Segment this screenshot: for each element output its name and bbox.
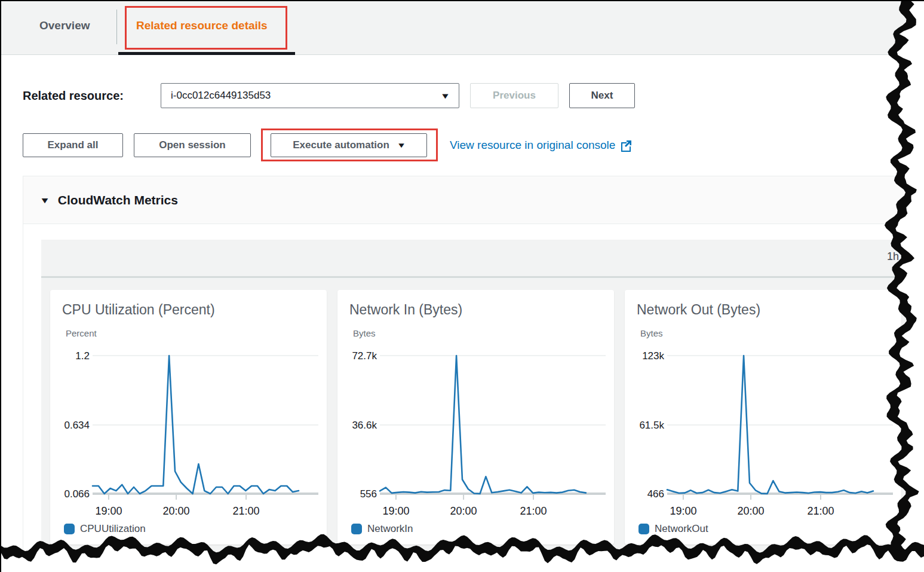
- next-button[interactable]: Next: [569, 83, 635, 108]
- legend-label: NetworkOut: [655, 523, 708, 535]
- tab-overview[interactable]: Overview: [39, 19, 90, 32]
- svg-text:123k: 123k: [642, 350, 664, 362]
- svg-text:20:00: 20:00: [163, 505, 190, 517]
- chart-card-network-in: Network In (Bytes) Bytes 19:0020:0021:00…: [337, 290, 614, 545]
- chevron-down-icon: ▼: [397, 141, 406, 149]
- collapse-triangle-icon: ▼: [39, 195, 50, 205]
- chart-y-axis-unit: Bytes: [640, 328, 663, 338]
- svg-text:20:00: 20:00: [450, 505, 477, 517]
- chart-legend: CPUUtilization: [64, 523, 146, 535]
- metrics-widget-toolbar: 1h: [41, 240, 924, 278]
- cpu-utilization-chart: 19:0020:0021:001.20.6340.066: [50, 342, 327, 522]
- legend-label: CPUUtilization: [80, 523, 146, 535]
- svg-text:21:00: 21:00: [520, 505, 547, 517]
- chart-title: Network Out (Bytes): [637, 302, 760, 318]
- view-resource-console-link[interactable]: View resource in original console: [450, 133, 633, 157]
- chart-cards-row: CPU Utilization (Percent) Percent 19:002…: [50, 290, 901, 545]
- legend-swatch-icon: [638, 524, 649, 534]
- svg-text:36.6k: 36.6k: [352, 420, 377, 431]
- svg-text:0.066: 0.066: [64, 488, 90, 500]
- svg-text:21:00: 21:00: [808, 505, 834, 517]
- svg-text:19:00: 19:00: [382, 505, 409, 517]
- cloudwatch-metrics-header[interactable]: ▼ CloudWatch Metrics: [23, 176, 924, 224]
- legend-label: NetworkIn: [367, 523, 413, 535]
- svg-text:21:00: 21:00: [233, 505, 260, 517]
- related-resource-label: Related resource:: [23, 83, 124, 108]
- svg-text:1.2: 1.2: [75, 350, 90, 362]
- execute-automation-button[interactable]: Execute automation ▼: [271, 133, 427, 157]
- network-in-chart: 19:0020:0021:0072.7k36.6k556: [337, 342, 614, 522]
- network-out-chart: 19:0020:0021:00123k61.5k466: [625, 342, 901, 522]
- related-resource-selected-value: i-0cc012c6449135d53: [171, 90, 271, 102]
- svg-text:0.634: 0.634: [64, 420, 90, 431]
- related-resource-select[interactable]: i-0cc012c6449135d53 ▼: [161, 83, 459, 108]
- metrics-widget: 1h CPU Utilization (Percent) Percent 19:…: [41, 240, 924, 572]
- chart-legend: NetworkIn: [351, 523, 413, 535]
- chart-title: Network In (Bytes): [349, 302, 462, 318]
- chart-card-cpu-utilization: CPU Utilization (Percent) Percent 19:002…: [50, 290, 327, 545]
- chevron-down-icon: ▼: [440, 91, 450, 100]
- svg-text:72.7k: 72.7k: [352, 350, 377, 362]
- svg-text:556: 556: [360, 488, 377, 500]
- tab-related-resource-details[interactable]: Related resource details: [136, 19, 268, 32]
- expand-all-button[interactable]: Expand all: [23, 133, 123, 157]
- chart-card-network-out: Network Out (Bytes) Bytes 19:0020:0021:0…: [625, 290, 901, 545]
- svg-text:20:00: 20:00: [738, 505, 765, 517]
- svg-text:61.5k: 61.5k: [639, 420, 664, 431]
- time-range-1h[interactable]: 1h: [887, 250, 899, 263]
- view-resource-console-label: View resource in original console: [450, 139, 615, 152]
- chart-title: CPU Utilization (Percent): [62, 302, 215, 318]
- execute-automation-label: Execute automation: [293, 139, 389, 151]
- cloudwatch-metrics-panel: ▼ CloudWatch Metrics 1h CPU Utilization …: [23, 176, 924, 572]
- section-title: CloudWatch Metrics: [58, 193, 178, 207]
- svg-text:19:00: 19:00: [670, 505, 696, 517]
- chart-legend: NetworkOut: [638, 523, 708, 535]
- svg-text:466: 466: [647, 488, 664, 500]
- legend-swatch-icon: [64, 524, 75, 534]
- svg-text:19:00: 19:00: [95, 505, 122, 517]
- tab-divider: [116, 10, 117, 44]
- previous-button[interactable]: Previous: [470, 83, 558, 108]
- tab-bar: Overview Related resource details: [1, 1, 924, 55]
- open-session-button[interactable]: Open session: [134, 133, 251, 157]
- legend-swatch-icon: [351, 524, 362, 534]
- related-resource-details-page: Overview Related resource details Relate…: [0, 0, 924, 572]
- chart-y-axis-unit: Bytes: [353, 328, 376, 338]
- chart-y-axis-unit: Percent: [66, 328, 97, 338]
- active-tab-underline: [118, 52, 295, 55]
- external-link-icon: [620, 139, 633, 152]
